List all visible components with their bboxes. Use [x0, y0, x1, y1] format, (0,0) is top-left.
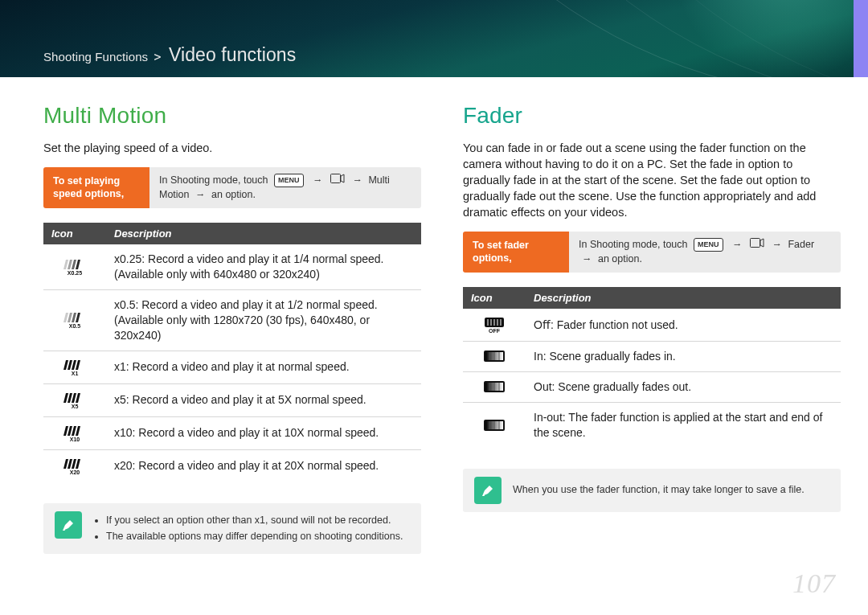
- desc-cell: In: Scene gradually fades in.: [526, 342, 841, 372]
- instr-label: To set fader options,: [463, 232, 569, 273]
- fader-inout-icon: [463, 402, 526, 447]
- th-icon: Icon: [463, 287, 526, 309]
- table-multi-motion: Icon Description X0.25x0.25: Record a vi…: [43, 223, 421, 482]
- note-fader: When you use the fader function, it may …: [463, 469, 841, 512]
- table-row: In-out: The fader function is applied at…: [463, 402, 841, 447]
- fader-out-icon: [463, 371, 526, 402]
- video-mode-icon: [330, 174, 345, 188]
- speed-icon: X0.5: [43, 289, 106, 351]
- desc-cell: x0.25: Record a video and play it at 1/4…: [106, 244, 421, 289]
- desc-cell: x5: Record a video and play it at 5X nor…: [106, 383, 421, 416]
- intro-multi-motion: Set the playing speed of a video.: [43, 140, 421, 156]
- breadcrumb-caret: >: [154, 50, 162, 64]
- table-row: X5x5: Record a video and play it at 5X n…: [43, 383, 421, 416]
- desc-cell: x10: Record a video and play it at 10X n…: [106, 416, 421, 449]
- th-icon: Icon: [43, 223, 106, 244]
- table-row: X10x10: Record a video and play it at 10…: [43, 416, 421, 449]
- instr-end: an option.: [211, 189, 256, 200]
- table-row: Out: Scene gradually fades out.: [463, 371, 841, 402]
- breadcrumb-parent: Shooting Functions: [43, 50, 148, 64]
- pen-icon: [474, 477, 502, 504]
- arrow-icon: →: [352, 174, 362, 186]
- th-description: Description: [526, 287, 841, 309]
- table-fader: Icon Description OFFOﬀ: Fader function n…: [463, 287, 841, 448]
- video-mode-icon: [750, 238, 764, 252]
- menu-icon: MENU: [274, 174, 304, 187]
- table-row: OFFOﬀ: Fader function not used.: [463, 309, 841, 342]
- speed-icon: X0.25: [43, 244, 106, 289]
- heading-multi-motion: Multi Motion: [43, 103, 421, 129]
- desc-cell: x1: Record a video and play it at normal…: [106, 351, 421, 383]
- arrow-icon: →: [732, 239, 743, 250]
- table-row: X0.25x0.25: Record a video and play it a…: [43, 244, 421, 289]
- instr-bar-multi-motion: To set playing speed options, In Shootin…: [43, 167, 421, 208]
- note-multi-motion: If you select an option other than x1, s…: [43, 503, 421, 555]
- col-multi-motion: Multi Motion Set the playing speed of a …: [43, 92, 421, 554]
- breadcrumb-title: Video functions: [169, 44, 296, 65]
- instr-prefix: In Shooting mode, touch: [159, 174, 268, 186]
- instr-label: To set playing speed options,: [43, 167, 149, 208]
- col-fader: Fader You can fade in or fade out a scen…: [463, 92, 841, 554]
- instr-prefix: In Shooting mode, touch: [579, 239, 688, 250]
- th-description: Description: [106, 223, 421, 244]
- speed-icon: X1: [43, 351, 106, 383]
- arrow-icon: →: [582, 253, 592, 264]
- svg-text:X20: X20: [70, 469, 80, 475]
- svg-text:OFF: OFF: [489, 328, 501, 334]
- desc-cell: In-out: The fader function is applied at…: [526, 402, 841, 447]
- note-item: If you select an option other than x1, s…: [106, 513, 403, 528]
- speed-icon: X20: [43, 449, 106, 482]
- table-row: X1x1: Record a video and play it at norm…: [43, 351, 421, 383]
- fader-off-icon: OFF: [463, 309, 526, 342]
- svg-text:X5: X5: [72, 404, 79, 409]
- instr-steps: In Shooting mode, touch MENU → → Multi M…: [149, 167, 421, 208]
- instr-end: an option.: [598, 253, 642, 264]
- section-tab: [854, 0, 868, 77]
- fader-in-icon: [463, 342, 526, 372]
- arrow-icon: →: [313, 174, 323, 186]
- instr-item: Fader: [788, 239, 814, 250]
- speed-icon: X5: [43, 383, 106, 416]
- svg-text:X1: X1: [72, 371, 79, 376]
- breadcrumb: Shooting Functions > Video functions: [43, 44, 296, 66]
- desc-cell: x20: Record a video and play it at 20X n…: [106, 449, 421, 482]
- desc-cell: Out: Scene gradually fades out.: [526, 371, 841, 402]
- note-item: The available options may differ dependi…: [106, 529, 403, 544]
- pen-icon: [55, 511, 82, 539]
- page-number: 107: [792, 568, 836, 599]
- table-row: In: Scene gradually fades in.: [463, 342, 841, 372]
- desc-cell: Oﬀ: Fader function not used.: [526, 309, 841, 342]
- arrow-icon: →: [772, 239, 782, 250]
- svg-rect-0: [330, 174, 340, 183]
- table-row: X20x20: Record a video and play it at 20…: [43, 449, 421, 482]
- instr-steps: In Shooting mode, touch MENU → → Fader →…: [569, 232, 841, 273]
- intro-fader: You can fade in or fade out a scene usin…: [463, 140, 841, 220]
- heading-fader: Fader: [463, 103, 841, 129]
- desc-cell: x0.5: Record a video and play it at 1/2 …: [106, 289, 421, 351]
- menu-icon: MENU: [694, 238, 723, 252]
- svg-rect-7: [750, 239, 760, 248]
- svg-text:X10: X10: [70, 437, 80, 442]
- arrow-icon: →: [195, 189, 206, 200]
- instr-bar-fader: To set fader options, In Shooting mode, …: [463, 232, 841, 273]
- svg-text:X0.5: X0.5: [69, 323, 81, 329]
- note-text: When you use the fader function, it may …: [513, 477, 805, 504]
- svg-text:X0.25: X0.25: [68, 270, 82, 276]
- header-banner: Shooting Functions > Video functions: [0, 0, 868, 77]
- speed-icon: X10: [43, 416, 106, 449]
- table-row: X0.5x0.5: Record a video and play it at …: [43, 289, 421, 351]
